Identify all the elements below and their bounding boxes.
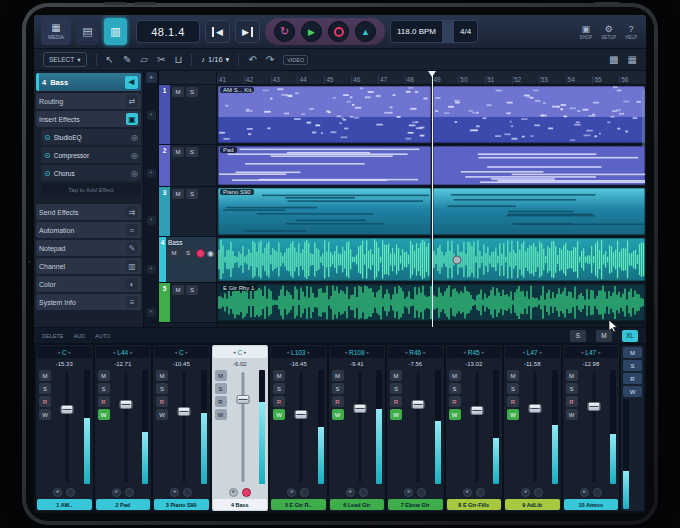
record-enable-icon[interactable]: [476, 488, 485, 497]
solo-button[interactable]: S: [98, 383, 110, 394]
volume-fader[interactable]: [229, 370, 258, 484]
read-automation-button[interactable]: R: [449, 396, 461, 407]
channel-name[interactable]: 7 Ebow Gtr: [388, 499, 443, 510]
channel-edit-icon[interactable]: e: [170, 488, 179, 497]
glue-tool-icon[interactable]: ⊔: [174, 55, 182, 65]
channel-name[interactable]: 1 AM..: [37, 499, 92, 510]
pan-control[interactable]: ◂ L44 ▸: [96, 346, 151, 358]
pan-control[interactable]: ◂ L103 ▸: [271, 346, 326, 358]
volume-fader[interactable]: [404, 370, 433, 484]
metronome-button[interactable]: ▲: [355, 21, 376, 42]
monitor-icon[interactable]: ◉: [207, 249, 214, 258]
sidebar-item-send-effects[interactable]: Send Effects ⇉: [36, 204, 141, 220]
read-automation-button[interactable]: R: [39, 396, 51, 407]
channel-name[interactable]: 8 E Gtr-Fills: [447, 499, 502, 510]
sidebar-item-automation[interactable]: Automation ≈: [36, 222, 141, 238]
channel-edit-icon[interactable]: e: [346, 488, 355, 497]
mute-button[interactable]: M: [98, 370, 110, 381]
track-freeze-icon[interactable]: *: [147, 308, 156, 317]
record-button[interactable]: [328, 21, 349, 42]
record-enable-icon[interactable]: [300, 488, 309, 497]
mute-button[interactable]: M: [449, 370, 461, 381]
read-automation-button[interactable]: R: [390, 396, 402, 407]
record-enable-icon[interactable]: [359, 488, 368, 497]
write-automation-button[interactable]: W: [332, 409, 344, 420]
volume-fader[interactable]: [463, 370, 492, 484]
fader-cap[interactable]: [529, 404, 542, 413]
channel-name[interactable]: 5 E Gtr R..: [271, 499, 326, 510]
record-enable-icon[interactable]: [183, 488, 192, 497]
record-enable-icon[interactable]: [125, 488, 134, 497]
power-icon[interactable]: ⊙: [44, 169, 51, 178]
write-automation-button[interactable]: W: [566, 409, 578, 420]
pan-control[interactable]: ◂ L47 ▸: [564, 346, 619, 358]
volume-fader[interactable]: [580, 370, 609, 484]
channel-edit-icon[interactable]: e: [521, 488, 530, 497]
mixer-channel-strip[interactable]: ◂ R46 ▸ -7.56 M S R W: [387, 345, 444, 511]
effect-edit-icon[interactable]: ◎: [131, 133, 138, 142]
inspector-header[interactable]: 4 Bass ◀: [36, 73, 141, 91]
mixer-channel-strip[interactable]: ◂ L103 ▸ -16.45 M S R W: [270, 345, 327, 511]
pan-control[interactable]: ◂ C ▸: [154, 346, 209, 358]
volume-fader[interactable]: [53, 370, 82, 484]
mute-button[interactable]: M: [156, 370, 168, 381]
track-freeze-icon[interactable]: *: [147, 216, 156, 225]
video-button[interactable]: VIDEO: [283, 55, 308, 65]
track-header-4[interactable]: 4 Bass M S ◉: [159, 237, 216, 283]
split-tool-icon[interactable]: ✂: [157, 55, 165, 65]
power-icon[interactable]: ⊙: [44, 151, 51, 160]
solo-button[interactable]: S: [332, 383, 344, 394]
read-automation-button[interactable]: R: [332, 396, 344, 407]
fader-cap[interactable]: [119, 400, 132, 409]
effect-slot[interactable]: ⊙ StudioEQ ◎: [41, 129, 141, 145]
fader-cap[interactable]: [236, 395, 249, 404]
shop-button[interactable]: ▣ SHOP: [579, 24, 592, 40]
volume-fader[interactable]: [112, 370, 141, 484]
read-automation-button[interactable]: R: [215, 396, 227, 407]
mute-button[interactable]: M: [39, 370, 51, 381]
track-header-1[interactable]: 1 M S: [159, 85, 216, 145]
track-freeze-icon[interactable]: *: [147, 169, 156, 178]
draw-tool-icon[interactable]: ✎: [123, 55, 131, 65]
pan-control[interactable]: ◂ R108 ▸: [330, 346, 385, 358]
snap-control[interactable]: ♪ 1/16 ▾: [201, 55, 229, 64]
write-automation-button[interactable]: W: [156, 409, 168, 420]
fader-cap[interactable]: [412, 400, 425, 409]
sidebar-item-notepad[interactable]: Notepad ✎: [36, 240, 141, 256]
delete-track-button[interactable]: DELETE: [42, 333, 63, 339]
mixer-channel-strip[interactable]: ◂ L47 ▸ -11.58 M S R W: [504, 345, 561, 511]
channel-edit-icon[interactable]: e: [404, 488, 413, 497]
channel-edit-icon[interactable]: e: [580, 488, 589, 497]
vertical-scrollbar[interactable]: [642, 89, 645, 147]
fader-cap[interactable]: [178, 407, 191, 416]
pan-control[interactable]: ◂ L47 ▸: [505, 346, 560, 358]
master-button[interactable]: W: [623, 386, 642, 397]
solo-button[interactable]: S: [186, 87, 198, 97]
mixer-channel-strip[interactable]: ◂ L47 ▸ -12.98 M S R W: [563, 345, 620, 511]
master-button[interactable]: S: [623, 360, 642, 371]
solo-button[interactable]: S: [39, 383, 51, 394]
help-button[interactable]: ? HELP: [625, 24, 637, 40]
record-enable-icon[interactable]: [242, 488, 251, 497]
add-effect-button[interactable]: Tap to Add Effect: [41, 183, 141, 197]
midi-region[interactable]: [433, 86, 646, 143]
track-header-5[interactable]: 5 M S: [159, 283, 216, 323]
undo-icon[interactable]: ↶: [248, 55, 256, 65]
record-enable-icon[interactable]: [66, 488, 75, 497]
sidebar-item-routing[interactable]: Routing ⇄: [36, 93, 141, 109]
record-enable-icon[interactable]: [196, 249, 205, 258]
record-enable-icon[interactable]: [417, 488, 426, 497]
mixer-channel-strip[interactable]: ◂ C ▸ -6.02 M S R W: [212, 345, 269, 511]
collapse-inspector-button[interactable]: ◀: [125, 76, 138, 89]
solo-button[interactable]: S: [507, 383, 519, 394]
sidebar-item-channel[interactable]: Channel ▥: [36, 258, 141, 274]
channel-edit-icon[interactable]: e: [229, 488, 238, 497]
setup-button[interactable]: ⚙ SETUP: [601, 24, 616, 40]
mute-button[interactable]: M: [273, 370, 285, 381]
time-display[interactable]: 48.1.4: [136, 20, 200, 43]
keys-view-button[interactable]: ▥: [104, 18, 127, 45]
mute-button[interactable]: M: [332, 370, 344, 381]
mixer-channel-strip[interactable]: ◂ C ▸ -10.45 M S R W: [153, 345, 210, 511]
volume-fader[interactable]: [287, 370, 316, 484]
automation-toggle-button[interactable]: AUTO: [95, 333, 110, 339]
